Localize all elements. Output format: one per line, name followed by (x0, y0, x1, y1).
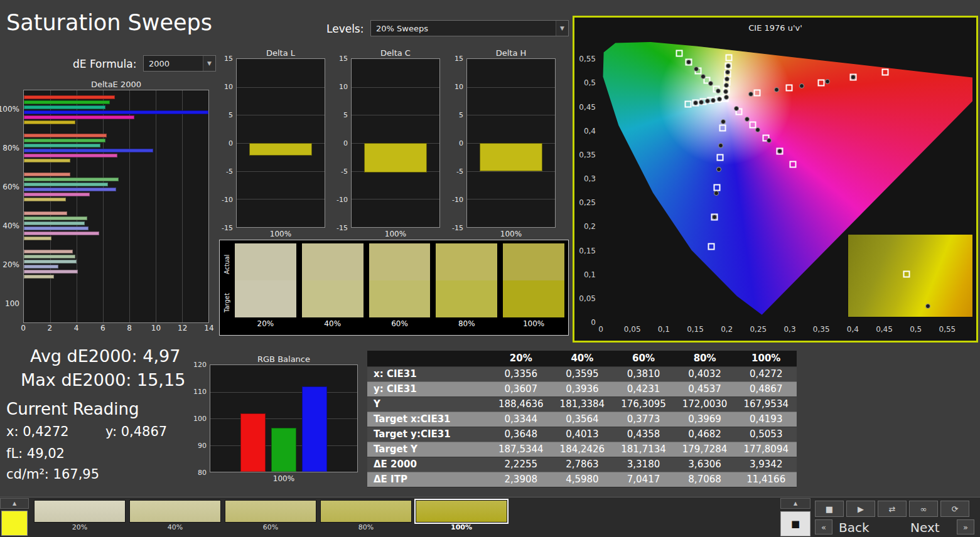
gridline (467, 87, 555, 88)
cd-label: cd/m²: (6, 467, 49, 482)
y-tick-label: -15 (337, 224, 348, 232)
current-color-swatch (1, 511, 28, 536)
target-swatch (369, 280, 431, 317)
sweep-swatch (129, 500, 221, 523)
cie-zoom-inset (848, 234, 973, 317)
play-button[interactable]: ▶ (846, 501, 875, 517)
y-tick-label: -10 (452, 196, 463, 204)
avg-de2000-reading: Avg dE2000: 4,97 (30, 346, 180, 366)
row-label: ΔE 2000 (367, 457, 490, 472)
cie-x-tick-label: 0,1 (658, 325, 670, 334)
y-tick-label: -10 (337, 196, 348, 204)
double-chevron-left-icon: « (821, 523, 826, 532)
avg-label: Avg dE2000: (30, 346, 137, 366)
cie-y-tick-label: 0,4 (584, 127, 596, 136)
cie-measured-marker (851, 75, 856, 80)
y-tick-label: 15 (339, 55, 348, 63)
shuttle-button[interactable]: ⇄ (878, 501, 907, 517)
x-axis-label: 100% (453, 229, 556, 239)
table-cell: 0,4032 (674, 366, 736, 381)
deltae-x-axis: 02468101214 (23, 323, 209, 333)
next-button[interactable]: Next (910, 520, 940, 535)
sweep-swatch-button[interactable]: 80% (320, 500, 412, 533)
table-cell: 0,3969 (674, 412, 736, 427)
chevron-down-icon: ▼ (556, 21, 568, 36)
table-cell: 7,0417 (613, 472, 674, 487)
deltae-bar (24, 110, 208, 114)
y-tick-label: 5 (343, 111, 348, 119)
table-cell: 0,3936 (552, 381, 613, 396)
cie-measured-marker (724, 95, 729, 100)
collapse-left-button[interactable]: ▲ (0, 498, 29, 509)
saturation-swatch-column: 60% (369, 243, 431, 332)
table-cell: 0,3648 (490, 427, 552, 442)
deltae-y-tick-label: 80% (3, 144, 19, 152)
table-row: Target Y187,5344184,2426181,7134179,7284… (367, 442, 797, 457)
deltae-bar (24, 100, 110, 104)
table-cell: 0,3607 (490, 381, 552, 396)
actual-swatch (503, 243, 564, 280)
swatch-percent-label: 100% (503, 317, 564, 329)
rgb-bar (240, 413, 266, 472)
row-label: Target y:CIE31 (367, 427, 490, 442)
refresh-button[interactable]: ⟳ (940, 501, 969, 517)
cie-inset-measured-marker (925, 304, 930, 309)
y-tick-label: -5 (456, 167, 463, 176)
sweep-swatch-label: 80% (320, 523, 412, 533)
table-cell: 0,4013 (552, 427, 613, 442)
cie-target-marker (786, 84, 793, 91)
deltae-bar (24, 149, 153, 152)
next-arrow-button[interactable]: » (957, 519, 974, 534)
sweep-swatch-button[interactable]: 20% (34, 500, 126, 533)
gridline (352, 115, 439, 115)
cie-measured-marker (694, 66, 699, 72)
y-axis: 151050-5-10-15 (337, 58, 351, 228)
stop-measure-button[interactable]: ■ (780, 511, 810, 536)
sweep-swatch (320, 500, 412, 523)
loop-button[interactable]: ∞ (909, 501, 938, 517)
chevron-up-icon: ▲ (794, 501, 797, 506)
current-reading-title: Current Reading (6, 400, 139, 418)
deltae-bar (24, 144, 100, 147)
chevron-down-icon: ▼ (203, 56, 215, 71)
cie-y-tick-label: 0,1 (584, 270, 596, 279)
max-label: Max dE2000: (21, 370, 131, 390)
gridline (237, 87, 325, 88)
cie-target-marker (790, 161, 797, 168)
plot-area (466, 58, 556, 228)
cie-measured-marker (755, 127, 760, 132)
cie-measured-marker (718, 143, 723, 148)
y-tick-label: 0 (343, 139, 348, 147)
sweep-swatch-button[interactable]: 40% (129, 500, 221, 533)
table-cell: 0,4358 (613, 427, 674, 442)
levels-dropdown[interactable]: 20% Sweeps ▼ (370, 20, 569, 36)
table-cell: 0,4193 (735, 412, 797, 427)
cie-diagram-panel: CIE 1976 u'v' 00,050,10,150,20,250,30,35… (573, 16, 978, 343)
cie-measured-marker (712, 215, 717, 220)
table-header-cell: 60% (613, 351, 674, 366)
delta-bar (249, 143, 313, 156)
cie-target-marker (714, 184, 721, 191)
swatch-columns: 20%40%60%80%100% (235, 243, 564, 332)
cie-y-tick-label: 0,5 (584, 78, 596, 87)
sweep-swatch-button[interactable]: 60% (225, 500, 316, 533)
sweep-swatch-button[interactable]: 100% (416, 500, 507, 533)
back-button[interactable]: Back (839, 520, 870, 535)
collapse-right-button[interactable]: ▲ (780, 498, 810, 509)
y-tick-label: 10 (455, 83, 463, 91)
table-cell: 187,5344 (490, 442, 552, 457)
back-arrow-button[interactable]: « (815, 519, 832, 534)
table-cell: 0,3773 (613, 412, 674, 427)
deltae-bar (24, 159, 70, 162)
deltae-bar (24, 120, 75, 124)
cie-y-tick-label: 0,25 (579, 198, 596, 207)
cie-measured-marker (714, 191, 719, 196)
deltae-bar (24, 255, 75, 258)
cie-x-tick-label: 0 (598, 325, 603, 334)
de-formula-dropdown[interactable]: 2000 ▼ (143, 55, 216, 72)
row-label: x: CIE31 (367, 366, 490, 381)
table-cell: 2,3908 (490, 472, 552, 487)
de-formula-value: 2000 (144, 59, 203, 68)
y-axis: 151050-5-10-15 (222, 58, 236, 228)
stop-button[interactable]: ■ (815, 501, 844, 517)
